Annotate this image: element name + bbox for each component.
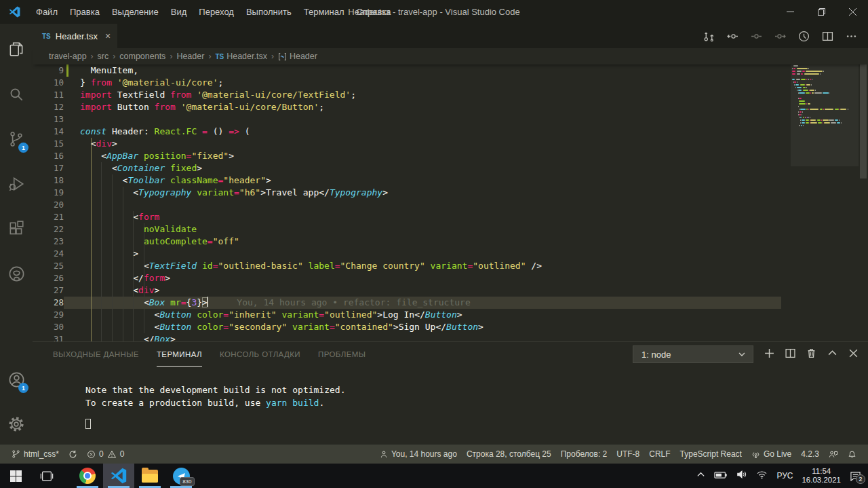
code-line-10[interactable]: 10} from '@material-ui/core'; — [33, 77, 781, 89]
minimize-button[interactable] — [774, 0, 806, 24]
indentation[interactable]: Пробелов: 2 — [556, 445, 612, 464]
problems-indicator[interactable]: 0 0 — [82, 445, 129, 464]
minimap[interactable] — [791, 64, 859, 341]
language-mode[interactable]: TypeScript React — [675, 445, 747, 464]
kill-terminal-icon[interactable] — [806, 348, 816, 361]
code-line-26[interactable]: 26 </form> — [33, 272, 781, 284]
close-panel-icon[interactable] — [848, 348, 859, 361]
go-live-button[interactable]: Go Live — [747, 445, 796, 464]
menu-item-Правка[interactable]: Правка — [64, 7, 106, 17]
code-line-14[interactable]: 14const Header: React.FC = () => ( — [33, 126, 781, 138]
code-line-17[interactable]: 17 <Container fixed> — [33, 162, 781, 174]
breadcrumb-item-travel-app[interactable]: travel-app — [49, 52, 87, 61]
code-line-23[interactable]: 23 autoComplete="off" — [33, 236, 781, 248]
code-line-12[interactable]: 12import Button from '@material-ui/core/… — [33, 101, 781, 113]
split-editor-icon[interactable] — [822, 31, 833, 42]
open-changes-icon[interactable] — [703, 31, 715, 42]
timeline-icon[interactable] — [798, 31, 810, 42]
compare-change-icon[interactable] — [751, 31, 762, 42]
action-center-button[interactable]: 2 — [850, 471, 861, 481]
editor-scrollbar[interactable] — [859, 64, 868, 341]
github-icon[interactable] — [0, 256, 33, 291]
menu-item-Терминал[interactable]: Терминал — [298, 7, 351, 17]
branch-indicator[interactable]: html_css* — [7, 445, 64, 464]
menu-item-Файл[interactable]: Файл — [30, 7, 64, 17]
breadcrumb-item-components[interactable]: components — [119, 52, 165, 61]
blame-indicator[interactable]: You, 14 hours ago — [375, 445, 462, 464]
code-line-27[interactable]: 27 <div> — [33, 284, 781, 297]
code-line-20[interactable]: 20 — [33, 199, 781, 211]
tab-close-icon[interactable]: × — [105, 31, 111, 41]
more-actions-icon[interactable] — [846, 31, 857, 42]
split-terminal-icon[interactable] — [785, 348, 795, 361]
tray-expand-icon[interactable] — [696, 470, 705, 482]
indent-guide — [123, 187, 123, 341]
taskbar-explorer[interactable] — [134, 464, 165, 488]
menu-item-Справка[interactable]: Справка — [351, 7, 397, 17]
breadcrumb-item-Header[interactable]: Header — [176, 52, 204, 61]
code-line-18[interactable]: 18 <Toolbar className="header"> — [33, 174, 781, 187]
taskbar-vscode[interactable] — [103, 464, 134, 488]
clock[interactable]: 11:54 16.03.2021 — [802, 467, 841, 485]
cursor-position[interactable]: Строка 28, столбец 25 — [462, 445, 556, 464]
code-editor[interactable]: 9 MenuItem,10} from '@material-ui/core';… — [33, 64, 868, 341]
maximize-panel-icon[interactable] — [827, 348, 837, 361]
source-control-icon[interactable]: 1 — [0, 121, 33, 157]
code-line-16[interactable]: 16 <AppBar position="fixed"> — [33, 150, 781, 162]
language-indicator[interactable]: РУС — [776, 471, 793, 481]
feedback-button[interactable] — [824, 445, 843, 464]
menu-item-Вид[interactable]: Вид — [165, 7, 193, 17]
code-line-13[interactable]: 13 — [33, 113, 781, 126]
code-line-11[interactable]: 11import TextField from '@material-ui/co… — [33, 89, 781, 101]
new-terminal-icon[interactable] — [764, 348, 774, 361]
code-line-31[interactable]: 31 </Box> — [33, 333, 781, 341]
extensions-icon[interactable] — [0, 211, 33, 246]
breadcrumb-item-Header.tsx[interactable]: TSHeader.tsx — [215, 52, 267, 61]
breadcrumb-item-src[interactable]: src — [98, 52, 109, 61]
panel-tab-ВЫХОДНЫЕ ДАННЫЕ[interactable]: ВЫХОДНЫЕ ДАННЫЕ — [53, 343, 139, 367]
taskbar-chrome[interactable] — [72, 464, 103, 488]
restore-button[interactable] — [806, 0, 837, 24]
scrollbar-thumb[interactable] — [860, 64, 867, 179]
terminal-select[interactable]: 1: node — [633, 345, 753, 363]
code-line-15[interactable]: 15 <div> — [33, 138, 781, 150]
code-line-28[interactable]: 28 <Box mr={3}>You, 14 hours ago • refac… — [33, 297, 781, 309]
code-line-25[interactable]: 25 <TextField id="outlined-basic" label=… — [33, 260, 781, 272]
accounts-icon[interactable]: 1 — [0, 362, 33, 397]
menu-item-Переход[interactable]: Переход — [193, 7, 240, 17]
code-line-22[interactable]: 22 noValidate — [33, 223, 781, 236]
settings-gear-icon[interactable] — [0, 407, 33, 442]
code-line-9[interactable]: 9 MenuItem, — [33, 64, 781, 77]
code-line-30[interactable]: 30 <Button color="secondary" variant="co… — [33, 321, 781, 333]
next-change-icon[interactable] — [774, 31, 786, 42]
code-line-19[interactable]: 19 <Typography variant="h6">Travel app</… — [33, 187, 781, 199]
panel-tab-ТЕРМИНАЛ[interactable]: ТЕРМИНАЛ — [157, 343, 202, 367]
task-view-button[interactable] — [31, 464, 62, 488]
code-line-29[interactable]: 29 <Button color="inherit" variant="outl… — [33, 309, 781, 321]
previous-change-icon[interactable] — [727, 31, 738, 42]
tab-header-tsx[interactable]: TS Header.tsx × — [33, 24, 117, 48]
code-line-24[interactable]: 24 > — [33, 248, 781, 260]
terminal-output[interactable]: Note that the development build is not o… — [33, 367, 868, 445]
notifications-bell[interactable] — [843, 445, 861, 464]
version-indicator[interactable]: 4.2.3 — [796, 445, 824, 464]
eol-sequence[interactable]: CRLF — [644, 445, 675, 464]
run-debug-icon[interactable] — [0, 166, 33, 202]
start-button[interactable] — [0, 464, 31, 488]
sync-button[interactable] — [64, 445, 82, 464]
panel-tab-КОНСОЛЬ ОТЛАДКИ[interactable]: КОНСОЛЬ ОТЛАДКИ — [220, 343, 300, 367]
taskbar-telegram[interactable]: 830 — [165, 464, 197, 488]
code-line-21[interactable]: 21 <form — [33, 211, 781, 223]
volume-icon[interactable] — [736, 470, 747, 482]
battery-icon[interactable] — [714, 470, 728, 482]
panel-tab-ПРОБЛЕМЫ[interactable]: ПРОБЛЕМЫ — [318, 343, 366, 367]
close-window-button[interactable] — [837, 0, 868, 24]
menu-item-Выполнить[interactable]: Выполнить — [240, 7, 298, 17]
menu-item-Выделение[interactable]: Выделение — [106, 7, 165, 17]
wifi-icon[interactable] — [756, 470, 768, 482]
explorer-icon[interactable] — [0, 32, 33, 67]
breadcrumb-item-Header[interactable]: Header — [278, 52, 317, 61]
search-icon[interactable] — [0, 77, 33, 112]
encoding[interactable]: UTF-8 — [612, 445, 644, 464]
gutter — [64, 126, 80, 138]
